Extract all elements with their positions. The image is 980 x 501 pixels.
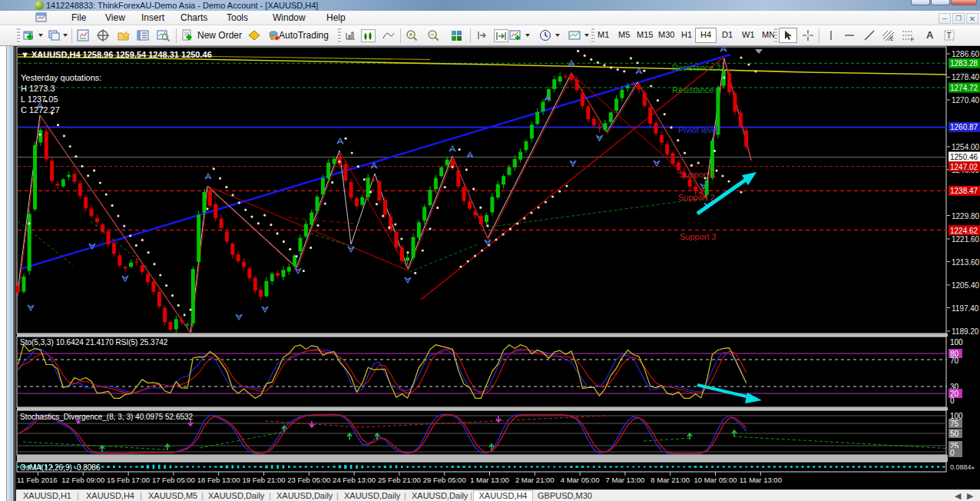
svg-text:29 Feb 05:00: 29 Feb 05:00	[423, 476, 466, 484]
svg-text:1286.60: 1286.60	[952, 50, 980, 58]
svg-text:Support 1: Support 1	[679, 170, 716, 179]
svg-text:1270.40: 1270.40	[952, 96, 980, 105]
svg-text:75: 75	[950, 420, 959, 428]
svg-text:1274.72: 1274.72	[950, 84, 978, 92]
svg-text:2 Mar 21:00: 2 Mar 21:00	[515, 476, 555, 484]
svg-text:1260.87: 1260.87	[950, 123, 978, 131]
svg-text:Resistance 2: Resistance 2	[672, 63, 721, 72]
svg-text:19 Feb 21:00: 19 Feb 21:00	[243, 476, 286, 484]
svg-text:1238.47: 1238.47	[950, 187, 978, 195]
svg-text:T: T	[947, 32, 952, 40]
svg-text:25 Feb 21:00: 25 Feb 21:00	[378, 476, 421, 484]
svg-text:23 Feb 05:00: 23 Feb 05:00	[287, 476, 330, 484]
svg-text:H 1273.3: H 1273.3	[21, 84, 55, 93]
svg-text:12 Feb 09:00: 12 Feb 09:00	[61, 476, 104, 484]
svg-text:Support 3: Support 3	[680, 232, 717, 241]
svg-text:1283.28: 1283.28	[950, 59, 978, 68]
svg-text:1250.46: 1250.46	[950, 153, 978, 161]
svg-text:0.0884⁎: 0.0884⁎	[950, 463, 975, 471]
svg-text:11 Mar 13:00: 11 Mar 13:00	[740, 476, 782, 484]
svg-text:Stochastics_Divergence_(8, 3,: Stochastics_Divergence_(8, 3, 3) 40.0975…	[20, 413, 194, 421]
svg-text:1197.40: 1197.40	[952, 304, 979, 313]
svg-text:8 Mar 21:00: 8 Mar 21:00	[651, 476, 690, 484]
svg-text:24 Feb 13:00: 24 Feb 13:00	[333, 476, 376, 484]
svg-text:1213.60: 1213.60	[952, 258, 980, 267]
svg-text:1189.20: 1189.20	[952, 327, 979, 336]
svg-text:C 1272.27: C 1272.27	[21, 105, 60, 114]
svg-text:18 Feb 13:00: 18 Feb 13:00	[197, 476, 240, 484]
svg-text:OsMA(12,26,9) -0.8086: OsMA(12,26,9) -0.8086	[20, 463, 101, 472]
svg-text:Support 2: Support 2	[678, 193, 715, 202]
svg-text:0: 0	[950, 396, 955, 405]
svg-text:F: F	[911, 37, 914, 42]
svg-text:Piviot level: Piviot level	[678, 125, 719, 134]
svg-text:L 1237.05: L 1237.05	[21, 95, 58, 104]
svg-text:1254.00: 1254.00	[952, 143, 980, 151]
svg-text:1205.40: 1205.40	[952, 281, 980, 290]
svg-text:70: 70	[950, 357, 959, 365]
svg-text:1229.80: 1229.80	[952, 212, 980, 221]
svg-text:▼ XAUUSD,H4 1258.96 1259.54 1: ▼ XAUUSD,H4 1258.96 1259.54 1248.31 1250…	[21, 50, 212, 59]
svg-text:Resistance 1: Resistance 1	[672, 85, 721, 95]
svg-text:Yesterday quotations:: Yesterday quotations:	[21, 73, 101, 82]
svg-text:100: 100	[950, 338, 963, 347]
svg-text:E: E	[890, 36, 894, 41]
svg-text:1221.60: 1221.60	[952, 235, 980, 244]
svg-text:50: 50	[950, 430, 959, 438]
svg-text:15 Feb 17:00: 15 Feb 17:00	[107, 476, 150, 484]
svg-text:Sto(5,3,3) 10.6424 21.4170 RS: Sto(5,3,3) 10.6424 21.4170 RSI(5) 25.374…	[20, 338, 168, 347]
svg-text:7 Mar 13:00: 7 Mar 13:00	[606, 476, 645, 484]
svg-text:4 Mar 05:00: 4 Mar 05:00	[561, 476, 600, 484]
svg-text:1278.40: 1278.40	[952, 73, 980, 81]
svg-text:1 Mar 13:00: 1 Mar 13:00	[470, 476, 509, 484]
svg-text:11 Feb 2016: 11 Feb 2016	[17, 476, 58, 484]
svg-text:0: 0	[950, 449, 955, 457]
svg-text:17 Feb 05:00: 17 Feb 05:00	[152, 476, 195, 484]
svg-text:10 Mar 05:00: 10 Mar 05:00	[694, 476, 737, 484]
svg-text:1247.02: 1247.02	[950, 163, 978, 171]
svg-text:1224.62: 1224.62	[950, 227, 978, 235]
